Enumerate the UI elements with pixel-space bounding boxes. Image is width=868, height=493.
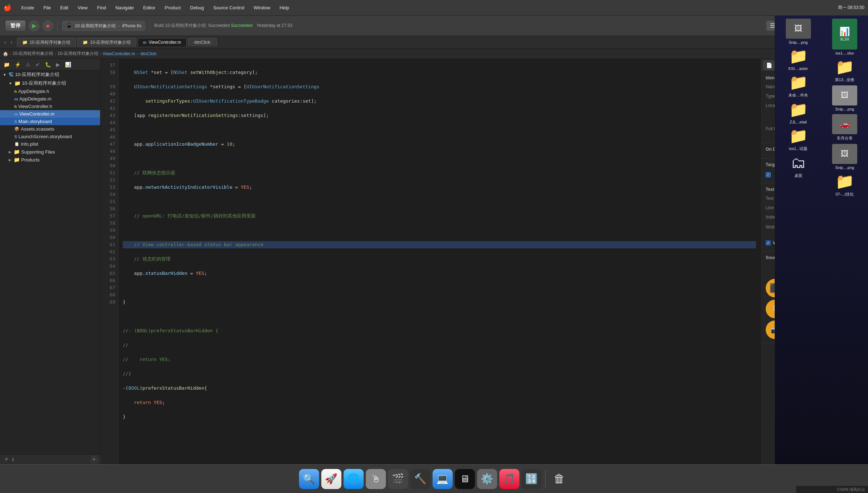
car-label: 车丹分享 [837, 136, 853, 141]
nav-item-appdelegate-h[interactable]: h AppDelegate.h [0, 88, 100, 95]
scheme-selector[interactable]: 📱 10-应用程序对象介绍 › iPhone 6s [62, 21, 145, 31]
info-plist-icon: 📋 [14, 142, 19, 146]
breadcrumb-file[interactable]: ViewController.m [103, 51, 135, 56]
nav-info-btn[interactable]: ℹ [12, 457, 14, 462]
pause-button[interactable]: 暂停 [5, 20, 26, 32]
target-checkbox[interactable]: ✓ [766, 172, 771, 177]
nav-debug-icon[interactable]: 🐛 [43, 61, 52, 68]
viewcontroller-m-icon: m [14, 112, 18, 116]
desktop: 📊 XLSX ios1....xlsx 📁 第13...业推 🖼 Snip...… [821, 16, 868, 464]
menu-editor[interactable]: Editor [141, 4, 158, 11]
menu-product[interactable]: Product [163, 4, 183, 11]
menu-source-control[interactable]: Source Control [211, 4, 247, 11]
menu-window[interactable]: Window [252, 4, 272, 11]
code-content[interactable]: NSSet *set = [NSSet setWithObject:catego… [118, 59, 760, 464]
tab-back-btn[interactable]: ‹ [3, 38, 8, 46]
xcode-toolbar: 暂停 ▶ ■ 📱 10-应用程序对象介绍 › iPhone 6s Build 1… [0, 16, 868, 36]
snip1-icon: 🖼 [832, 85, 857, 105]
tab-3-icon: m [143, 40, 146, 44]
scheme-label: 10-应用程序对象介绍 [75, 23, 115, 28]
wrap-lines-checkbox[interactable] [766, 240, 771, 245]
dock-mouse[interactable]: 🖱 [366, 469, 386, 489]
tab-forward-btn[interactable]: › [9, 38, 14, 46]
snip2-label: Snip....png [835, 165, 854, 170]
movie-icon: 🎬 [392, 473, 404, 485]
desktop-item-snip1[interactable]: 🖼 Snip....png [830, 85, 859, 111]
snip2-icon: 🖼 [832, 144, 857, 164]
dock-terminal[interactable]: 🖥 [455, 469, 475, 489]
desktop-item-car[interactable]: 🚗 车丹分享 [830, 114, 859, 141]
desktop-item-xlsx[interactable]: 📊 XLSX ios1....xlsx [830, 19, 859, 55]
nav-item-products[interactable]: ▶ 📁 Products [0, 156, 100, 164]
menu-view[interactable]: View [75, 4, 90, 11]
dock-sysprefs[interactable]: ⚙️ [477, 469, 497, 489]
launchpad-icon: 🚀 [325, 473, 337, 485]
desktop-item-desktop[interactable]: 🗂 桌面 [784, 154, 813, 178]
apple-icon[interactable]: 🍎 [4, 4, 11, 12]
nav-filter-btn[interactable]: ⚙ [90, 456, 98, 463]
desktop-icon: 🗂 [791, 154, 806, 172]
breadcrumb-project[interactable]: 10-应用程序对象介绍 [13, 51, 53, 57]
triangle-products: ▶ [9, 158, 11, 162]
dock-music[interactable]: 🎵 [499, 469, 519, 489]
supporting-icon: 📁 [14, 149, 20, 155]
desktop-item-ksi[interactable]: 📁 KSI....aster [784, 47, 813, 71]
nav-add-btn[interactable]: + [3, 456, 10, 463]
menu-help[interactable]: Help [277, 4, 291, 11]
dock-trash[interactable]: 🗑 [549, 469, 569, 489]
dock-launchpad[interactable]: 🚀 [321, 469, 341, 489]
run-button[interactable]: ▶ [29, 20, 39, 31]
dock-movie[interactable]: 🎬 [388, 469, 408, 489]
tab-3-active[interactable]: m ViewController.m [137, 38, 186, 46]
nav-tests-icon[interactable]: ✔ [34, 61, 41, 68]
dock-safari[interactable]: 🌐 [344, 469, 364, 489]
desktop-item-unnamed[interactable]: 📁 未命…件夹 [784, 74, 813, 98]
nav-reports-icon[interactable]: 📊 [64, 61, 73, 68]
nav-item-root[interactable]: ▼ 🏗 10-应用程序对象介绍 [0, 70, 100, 79]
nav-item-assets[interactable]: 📦 Assets.xcassets [0, 125, 100, 133]
inspector-file-btn[interactable]: 📄 [764, 61, 774, 70]
stop-icon: ■ [46, 23, 49, 29]
tab-2[interactable]: 📁 10-应用程序对象介绍 [77, 38, 136, 47]
dock-xcode[interactable]: 💻 [433, 469, 453, 489]
nav-item-viewcontroller-m[interactable]: m ViewController.m [0, 110, 100, 118]
menu-find[interactable]: Find [95, 4, 108, 11]
desktop-item-folder2[interactable]: 📁 07-...(优化 [830, 173, 859, 197]
desktop-item-folder1[interactable]: 📁 第13...业推 [830, 58, 859, 83]
dock-numpad[interactable]: 🔢 [522, 469, 542, 489]
nav-item-appdelegate-m[interactable]: m AppDelegate.m [0, 95, 100, 103]
menu-navigate[interactable]: Navigate [113, 4, 136, 11]
nav-source-icon[interactable]: ⚡ [13, 61, 22, 68]
breadcrumb-item-1[interactable]: 🏠 [3, 51, 8, 56]
nav-item-supporting[interactable]: ▶ 📁 Supporting Files [0, 148, 100, 156]
build-succeeded: Succeeded [231, 23, 252, 28]
menu-debug[interactable]: Debug [188, 4, 206, 11]
nav-breakpoints-icon[interactable]: ▶ [55, 61, 61, 68]
nav-item-viewcontroller-h[interactable]: h ViewController.h [0, 103, 100, 110]
nav-issues-icon[interactable]: ⚠ [24, 61, 32, 68]
desktop-item-snip2[interactable]: 🖼 Snip....png [830, 144, 859, 170]
nav-item-group1[interactable]: ▼ 📁 10-应用程序对象介绍 [0, 79, 100, 88]
nav-item-launchscreen[interactable]: S LaunchScreen.storyboard [0, 133, 100, 140]
triangle-supporting: ▶ [9, 150, 11, 154]
snip3-icon: 🖼 [786, 19, 811, 39]
code-area[interactable]: 37 38 39 40 41 42 43 44 45 46 47 48 49 5… [101, 59, 760, 464]
appdelegate-h-icon: h [14, 89, 17, 94]
dock-tools[interactable]: 🔨 [410, 469, 430, 489]
nav-folder-icon[interactable]: 📁 [2, 61, 11, 68]
menu-file[interactable]: File [41, 4, 53, 11]
desktop-item-zjl[interactable]: 📁 ZJL...etail [784, 101, 813, 124]
tab-1[interactable]: 📁 10-应用程序对象介绍 [17, 38, 76, 47]
menu-edit[interactable]: Edit [58, 4, 70, 11]
breadcrumb-folder[interactable]: 10-应用程序对象介绍 [57, 51, 98, 57]
menu-xcode[interactable]: Xcode [19, 4, 36, 11]
stop-button[interactable]: ■ [42, 20, 53, 31]
desktop-item-ios1[interactable]: 📁 ios1...试题 [784, 127, 813, 151]
nav-item-main-storyboard[interactable]: S Main.storyboard [0, 118, 100, 125]
code-editor: 37 38 39 40 41 42 43 44 45 46 47 48 49 5… [101, 59, 760, 464]
dock-finder[interactable]: 🔍 [299, 469, 319, 489]
nav-item-info-plist[interactable]: 📋 Info.plist [0, 140, 100, 148]
breadcrumb-method[interactable]: -btnClick: [139, 51, 157, 56]
tab-4[interactable]: -btnClick: [188, 38, 217, 46]
desktop-item-snip3[interactable]: 🖼 Snip....png [784, 19, 813, 44]
